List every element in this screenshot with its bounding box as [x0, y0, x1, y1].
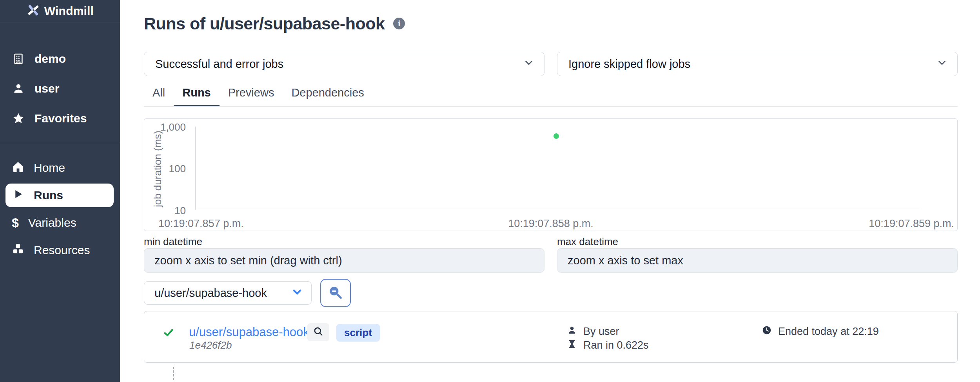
- tab-all[interactable]: All: [144, 86, 174, 106]
- sidebar-item-label: demo: [34, 52, 66, 65]
- sidebar-item-label: Home: [34, 161, 65, 175]
- boxes-icon: [12, 243, 24, 258]
- chart-x-ticks: 10:19:07.857 p.m. 10:19:07.858 p.m. 10:1…: [144, 218, 957, 229]
- job-status-value: Successful and error jobs: [155, 58, 283, 71]
- sidebar-item-home[interactable]: Home: [0, 154, 120, 182]
- sidebar-item-label: user: [34, 82, 59, 95]
- sidebar-item-workspace[interactable]: demo: [0, 44, 120, 74]
- search-icon: [313, 326, 324, 338]
- chart-y-axis-line: [195, 127, 196, 210]
- max-datetime-input[interactable]: [557, 248, 958, 273]
- star-icon: [12, 112, 25, 125]
- chevron-down-icon: [523, 57, 535, 71]
- info-icon[interactable]: i: [393, 18, 405, 29]
- job-kind-badge: script: [336, 324, 380, 342]
- chart-x-axis-line: [195, 210, 920, 210]
- inspect-run-button[interactable]: [307, 323, 329, 341]
- x-tick: 10:19:07.859 p.m.: [869, 218, 954, 230]
- run-row[interactable]: u/user/supabase-hook script 1e426f2b By …: [144, 311, 958, 363]
- tab-runs[interactable]: Runs: [174, 86, 220, 106]
- sidebar-item-label: Resources: [34, 244, 90, 257]
- sidebar-item-label: Runs: [34, 189, 63, 202]
- person-icon: [567, 325, 577, 338]
- sidebar-item-variables[interactable]: $ Variables: [0, 209, 120, 236]
- hourglass-icon: [567, 339, 577, 352]
- chevron-down-icon: [936, 57, 948, 71]
- page-title: Runs of u/user/supabase-hook: [144, 14, 385, 33]
- run-duration: Ran in 0.622s: [583, 339, 649, 351]
- user-icon: [12, 82, 25, 95]
- run-path-link[interactable]: u/user/supabase-hook: [189, 325, 309, 340]
- runs-duration-chart[interactable]: job duration (ms) 1,000 100 10 10:19:07.…: [144, 118, 958, 231]
- sidebar-item-label: Variables: [28, 216, 76, 229]
- y-tick: 10: [144, 205, 186, 217]
- tab-dependencies[interactable]: Dependencies: [283, 86, 372, 106]
- sidebar-item-favorites[interactable]: Favorites: [0, 104, 120, 133]
- job-status-select[interactable]: Successful and error jobs: [144, 52, 544, 76]
- run-data-point[interactable]: [554, 133, 559, 139]
- sidebar: Windmill demo user: [0, 0, 120, 382]
- building-icon: [12, 52, 25, 65]
- zoom-out-icon: [328, 285, 343, 302]
- clock-icon: [762, 325, 772, 338]
- app-logo[interactable]: Windmill: [0, 0, 120, 22]
- max-datetime-label: max datetime: [557, 236, 958, 247]
- dollar-icon: $: [12, 216, 19, 230]
- windmill-logo-icon: [26, 3, 40, 19]
- min-datetime-label: min datetime: [144, 236, 544, 247]
- flow-jobs-value: Ignore skipped flow jobs: [568, 58, 690, 71]
- run-ended: Ended today at 22:19: [778, 326, 879, 338]
- main-content: Runs of u/user/supabase-hook i Successfu…: [120, 0, 980, 382]
- run-by: By user: [583, 326, 619, 338]
- sidebar-item-resources[interactable]: Resources: [0, 236, 120, 264]
- script-path-select[interactable]: u/user/supabase-hook: [144, 281, 312, 305]
- x-tick: 10:19:07.857 p.m.: [158, 218, 244, 230]
- flow-jobs-select[interactable]: Ignore skipped flow jobs: [557, 52, 958, 76]
- timeline-dashed-connector: [173, 367, 174, 380]
- home-icon: [12, 160, 24, 176]
- script-path-value: u/user/supabase-hook: [154, 287, 267, 300]
- sidebar-item-user[interactable]: user: [0, 74, 120, 104]
- min-datetime-input[interactable]: [144, 248, 544, 273]
- search-runs-button[interactable]: [320, 279, 351, 307]
- success-check-icon: [163, 327, 174, 340]
- sidebar-item-runs[interactable]: Runs: [5, 184, 114, 207]
- y-tick: 100: [144, 163, 186, 175]
- y-tick: 1,000: [144, 121, 186, 133]
- sidebar-item-label: Favorites: [34, 112, 87, 125]
- job-id: 1e426f2b: [189, 339, 232, 351]
- x-tick: 10:19:07.858 p.m.: [508, 218, 593, 230]
- app-name: Windmill: [44, 4, 94, 18]
- tab-previews[interactable]: Previews: [220, 86, 283, 106]
- play-icon: [12, 188, 24, 203]
- chevron-down-icon: [291, 286, 303, 301]
- tabs: All Runs Previews Dependencies: [144, 88, 958, 107]
